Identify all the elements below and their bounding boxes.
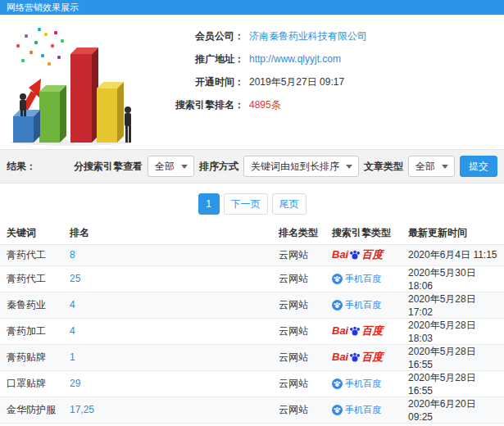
col-header-rank: 排名 <box>63 223 272 244</box>
update-time-cell: 2020年5月28日 16:55 <box>402 344 504 370</box>
rank-cell: 1 <box>63 344 272 370</box>
engine-cell: 手机百度 <box>325 397 402 423</box>
update-time-cell: 2020年6月20日 09:25 <box>402 397 504 423</box>
filter-controls: 分搜索引擎查看 全部 排序方式 关键词由短到长排序 文章类型 全部 提交 <box>74 156 497 177</box>
company-name-link[interactable]: 济南秦鲁药业科技有限公司 <box>249 29 367 43</box>
engine-cell: 手机百度 <box>325 292 402 318</box>
engine-cell: Bai百度 <box>325 344 402 370</box>
mobile-baidu-icon <box>332 274 343 284</box>
rank-link[interactable]: 4 <box>70 325 75 337</box>
baidu-logo: Bai百度 <box>332 249 383 261</box>
engine-cell: 手机百度 <box>325 423 402 426</box>
rank-type-cell: 云网站 <box>272 244 325 265</box>
businessman-left <box>20 93 26 116</box>
table-row: 口罩贴牌29云网站手机百度2020年5月28日 16:55 <box>0 370 504 397</box>
mobile-baidu-icon <box>332 378 343 389</box>
keyword-cell: 福建防护服 <box>0 423 63 426</box>
keyword-cell: 膏药代工 <box>0 265 63 292</box>
info-row-url: 推广地址： http://www.qlyyjt.com <box>148 52 504 66</box>
article-type-select-value: 全部 <box>415 160 435 174</box>
info-row-company: 会员公司： 济南秦鲁药业科技有限公司 <box>148 29 504 43</box>
bar-blue <box>13 110 40 143</box>
keyword-cell: 金华防护服 <box>0 397 63 423</box>
submit-button[interactable]: 提交 <box>460 156 497 177</box>
bar-yellow <box>97 82 124 143</box>
update-time-cell: 2020年5月28日 16:55 <box>402 370 504 397</box>
table-row: 膏药加工4云网站Bai百度2020年5月28日 18:03 <box>0 318 504 344</box>
last-page-button[interactable]: 尾页 <box>272 193 306 215</box>
top-section: 会员公司： 济南秦鲁药业科技有限公司 推广地址： http://www.qlyy… <box>0 15 504 149</box>
chart-illustration-wrap <box>3 21 148 149</box>
open-time-label: 开通时间： <box>148 75 244 88</box>
engine-cell: 手机百度 <box>325 265 402 292</box>
baidu-logo: Bai百度 <box>332 351 383 363</box>
paw-icon <box>349 325 361 337</box>
next-page-button[interactable]: 下一页 <box>224 193 268 215</box>
engine-cell: Bai百度 <box>325 318 402 344</box>
keyword-cell: 膏药代工 <box>0 244 63 265</box>
mobile-baidu-icon <box>332 405 343 415</box>
promo-url-link[interactable]: http://www.qlyyjt.com <box>249 52 341 66</box>
keyword-cell: 秦鲁药业 <box>0 292 63 318</box>
confetti-dots <box>16 28 64 66</box>
rank-type-cell: 云网站 <box>272 292 325 318</box>
rank-link[interactable]: 8 <box>70 249 75 261</box>
paw-icon <box>334 380 341 387</box>
table-row: 膏药代工8云网站Bai百度2020年6月4日 11:15 <box>0 244 504 265</box>
chevron-down-icon <box>346 165 352 169</box>
rank-count-label: 搜索引擎排名： <box>148 98 244 111</box>
rank-link[interactable]: 25 <box>70 273 80 284</box>
rank-link[interactable]: 4 <box>70 299 75 310</box>
engine-select[interactable]: 全部 <box>148 156 194 177</box>
filter-bar: 结果： 分搜索引擎查看 全部 排序方式 关键词由短到长排序 文章类型 全部 提交 <box>0 149 504 184</box>
mobile-baidu-logo: 手机百度 <box>332 378 381 390</box>
keyword-cell: 口罩贴牌 <box>0 370 63 397</box>
keyword-cell: 膏药贴牌 <box>0 344 63 370</box>
engine-cell: 手机百度 <box>325 370 402 397</box>
rank-cell: 4 <box>63 318 272 344</box>
article-type-select[interactable]: 全部 <box>408 156 455 177</box>
company-info: 会员公司： 济南秦鲁药业科技有限公司 推广地址： http://www.qlyy… <box>148 21 504 149</box>
pagination: 1 下一页 尾页 <box>0 184 504 223</box>
col-header-update-time: 最新更新时间 <box>402 223 504 244</box>
rank-type-cell: 云网站 <box>272 344 325 370</box>
rank-type-cell: 云网站 <box>272 318 325 344</box>
results-label: 结果： <box>7 160 36 174</box>
chart-illustration <box>3 21 143 146</box>
chevron-down-icon <box>442 165 448 169</box>
table-row: 膏药代工25云网站手机百度2020年5月30日 18:06 <box>0 265 504 292</box>
rank-cell: 17,25 <box>63 397 272 423</box>
paw-icon <box>334 275 341 283</box>
rank-cell: 8 <box>63 244 272 265</box>
article-type-label: 文章类型 <box>364 160 403 174</box>
table-row: 秦鲁药业4云网站手机百度2020年5月28日 17:02 <box>0 292 504 318</box>
mobile-baidu-logo: 手机百度 <box>332 273 381 285</box>
keyword-cell: 膏药加工 <box>0 318 63 344</box>
bar-green <box>39 85 66 143</box>
rank-type-cell: 云网站 <box>272 370 325 397</box>
rank-cell: 25 <box>63 265 272 292</box>
baidu-logo: Bai百度 <box>332 325 383 337</box>
rank-link[interactable]: 1 <box>70 351 75 363</box>
page-1-button[interactable]: 1 <box>198 193 220 215</box>
table-row: 膏药贴牌1云网站Bai百度2020年5月28日 16:55 <box>0 344 504 370</box>
info-row-open-time: 开通时间： 2019年5月27日 09:17 <box>148 75 504 88</box>
sort-select[interactable]: 关键词由短到长排序 <box>243 156 359 177</box>
mobile-baidu-logo: 手机百度 <box>332 404 381 416</box>
sort-select-value: 关键词由短到长排序 <box>251 160 339 174</box>
update-time-cell: 2020年6月4日 11:15 <box>402 244 504 265</box>
open-time-value: 2019年5月27日 09:17 <box>249 75 344 88</box>
rank-link[interactable]: 29 <box>70 378 80 389</box>
update-time-cell: 2020年6月4日 11:10 <box>402 423 504 426</box>
rank-cell: 29 <box>63 370 272 397</box>
table-body: 膏药代工8云网站Bai百度2020年6月4日 11:15膏药代工25云网站手机百… <box>0 244 504 426</box>
page: 网络营销效果展示 <box>0 0 504 426</box>
rank-cell: 4 <box>63 292 272 318</box>
col-header-keyword: 关键词 <box>0 223 63 244</box>
engine-select-value: 全部 <box>155 160 175 174</box>
table-row: 福建防护服10云网站手机百度2020年6月4日 11:10 <box>0 423 504 426</box>
rank-link[interactable]: 17,25 <box>70 404 94 415</box>
engine-cell: Bai百度 <box>325 244 402 265</box>
col-header-engine-type: 搜索引擎类型 <box>325 223 402 244</box>
col-header-rank-type: 排名类型 <box>272 223 325 244</box>
